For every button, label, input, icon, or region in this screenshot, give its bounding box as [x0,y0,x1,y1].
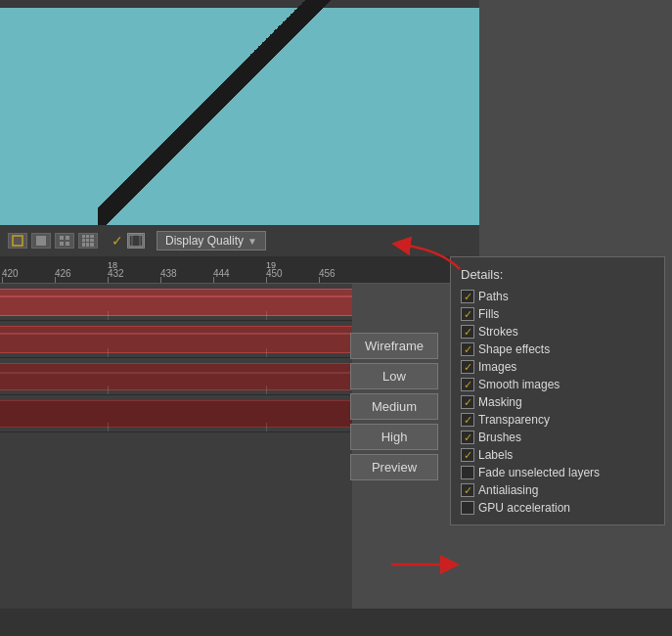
ruler-marker-432 [108,277,109,283]
high-button[interactable]: High [350,424,438,450]
label-fills: Fills [478,307,499,321]
track-bar-1 [0,289,352,316]
dropdown-item-masking[interactable]: Masking [451,393,664,411]
label-brushes: Brushes [478,431,521,444]
checkbox-gpu[interactable] [461,501,474,515]
toolbar-frame-icon[interactable] [127,233,145,249]
checkbox-labels[interactable] [461,448,474,462]
svg-rect-8 [90,235,94,238]
svg-rect-13 [86,243,89,247]
timeline-tracks [0,284,352,609]
dropdown-item-brushes[interactable]: Brushes [451,429,664,446]
track-2 [0,321,352,358]
label-transparency: Transparency [478,413,550,427]
label-images: Images [478,360,516,374]
frame-marker-19: 19 [266,260,276,270]
bottom-bar [0,609,672,636]
buttons-panel: Wireframe Low Medium High Preview [350,333,448,480]
svg-rect-9 [82,239,85,242]
checkbox-paths[interactable] [461,290,474,303]
svg-rect-12 [82,243,85,247]
ruler-marker-438 [160,277,161,283]
checkbox-masking[interactable] [461,395,474,409]
svg-rect-7 [86,235,89,238]
ruler-marker-450 [266,277,267,283]
medium-button[interactable]: Medium [350,393,438,420]
dropdown-item-fills[interactable]: Fills [451,305,664,323]
svg-rect-5 [66,242,69,246]
dropdown-item-strokes[interactable]: Strokes [451,323,664,341]
icon-square-filled[interactable] [31,233,51,249]
canvas-right-panel [479,0,672,225]
display-quality-button[interactable]: Display Quality ▼ [157,231,266,250]
track-bar-2 [0,326,352,353]
checkbox-strokes[interactable] [461,325,474,339]
checkbox-antialiasing[interactable] [461,483,474,497]
track-1 [0,284,352,321]
dropdown-item-transparency[interactable]: Transparency [451,411,664,429]
svg-rect-3 [66,236,69,240]
ruler-tick-444: 444 [213,268,230,279]
details-label: Details: [451,265,664,288]
preview-button[interactable]: Preview [350,454,438,480]
dropdown-item-shape-effects[interactable]: Shape effects [451,341,664,358]
icon-grid-small[interactable] [55,233,74,249]
dropdown-item-gpu[interactable]: GPU acceleration [451,499,664,517]
vline-frame19 [266,311,267,320]
label-paths: Paths [478,290,509,303]
icon-square-outline[interactable] [8,233,27,249]
vline-t4-frame18 [108,423,109,432]
track-line-1 [0,295,352,297]
svg-rect-0 [13,236,22,246]
vline-t3-frame19 [266,386,267,394]
label-antialiasing: Antialiasing [478,483,538,497]
wireframe-button[interactable]: Wireframe [350,333,438,359]
ruler-tick-456: 456 [319,268,336,279]
dropdown-item-paths[interactable]: Paths [451,288,664,305]
ruler-tick-420: 420 [2,268,19,279]
svg-rect-6 [82,235,85,238]
dropdown-item-smooth-images[interactable]: Smooth images [451,376,664,393]
canvas-diagonal [98,0,391,225]
svg-rect-1 [36,236,46,246]
checkbox-images[interactable] [461,360,474,374]
svg-rect-11 [90,239,94,242]
dropdown-item-fade[interactable]: Fade unselected layers [451,464,664,481]
low-button[interactable]: Low [350,363,438,389]
vline-t2-frame18 [108,348,109,357]
checkbox-smooth-images[interactable] [461,378,474,391]
ruler-marker-420 [2,277,3,283]
dropdown-item-images[interactable]: Images [451,358,664,376]
checkbox-brushes[interactable] [461,431,474,444]
track-line-3 [0,372,352,374]
dropdown-arrow-icon: ▼ [247,236,257,247]
label-smooth-images: Smooth images [478,378,560,391]
svg-rect-4 [60,242,64,246]
label-fade: Fade unselected layers [478,466,600,479]
label-shape-effects: Shape effects [478,342,550,356]
icon-grid-large[interactable] [78,233,98,249]
svg-rect-15 [129,235,143,247]
label-strokes: Strokes [478,325,518,339]
svg-rect-2 [60,236,64,240]
dropdown-item-antialiasing[interactable]: Antialiasing [451,481,664,499]
toolbar-checkmark[interactable]: ✓ [112,233,123,249]
checkbox-shape-effects[interactable] [461,342,474,356]
dropdown-item-labels[interactable]: Labels [451,446,664,464]
frame-marker-18: 18 [108,260,117,270]
canvas-area [0,0,479,225]
display-quality-label: Display Quality [165,234,244,248]
ruler-marker-444 [213,277,214,283]
checkbox-fills[interactable] [461,307,474,321]
ruler-tick-426: 426 [55,268,71,279]
red-arrow-top [381,235,470,277]
ruler-tick-438: 438 [160,268,177,279]
label-masking: Masking [478,395,522,409]
ruler-marker-456 [319,277,320,283]
track-line-2 [0,333,352,335]
svg-rect-10 [86,239,89,242]
svg-rect-14 [90,243,94,247]
checkbox-transparency[interactable] [461,413,474,427]
checkbox-fade[interactable] [461,466,474,479]
track-3 [0,358,352,395]
